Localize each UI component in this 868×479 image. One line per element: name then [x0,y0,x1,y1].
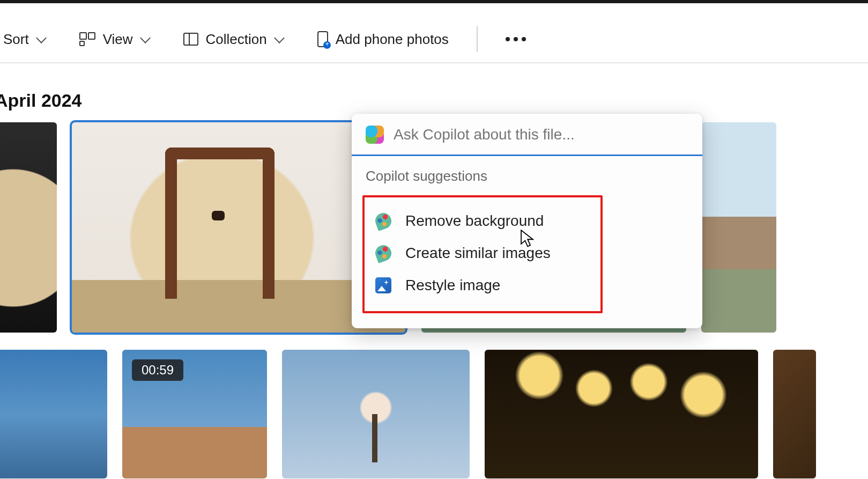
suggestion-create-similar[interactable]: Create similar images [370,237,595,269]
video-duration-badge: 00:59 [132,359,183,381]
toolbar-separator [477,26,478,52]
photo-thumbnail[interactable] [485,350,758,478]
collection-label: Collection [206,31,267,48]
view-grid-icon [79,32,95,46]
chevron-down-icon [36,34,46,44]
suggestion-restyle[interactable]: Restyle image [370,269,595,301]
suggestion-remove-background[interactable]: Remove background [370,205,595,237]
photo-thumbnail[interactable] [701,122,776,333]
sort-label: Sort [3,31,29,48]
copilot-section-label: Copilot suggestions [366,168,688,185]
copilot-prompt-input[interactable] [394,126,688,143]
copilot-popup: Copilot suggestions Remove background Cr… [352,114,702,328]
suggestion-label: Restyle image [405,277,500,294]
sort-dropdown[interactable]: Sort [0,26,54,53]
add-phone-label: Add phone photos [336,31,449,48]
photo-thumbnail[interactable] [282,350,470,478]
app-canvas: Sort View Collection + Add phone photos … [0,3,868,479]
phone-add-icon: + [317,31,328,47]
photo-thumbnail[interactable] [0,350,107,478]
chevron-down-icon [140,34,150,44]
more-menu-button[interactable] [498,32,533,47]
suggestion-label: Create similar images [405,245,551,262]
copilot-suggestions-panel: Copilot suggestions Remove background Cr… [352,156,702,328]
video-thumbnail[interactable]: 00:59 [122,350,267,478]
chevron-down-icon [275,34,284,44]
collection-icon [183,33,198,46]
palette-icon [373,211,394,231]
toolbar: Sort View Collection + Add phone photos [0,16,868,63]
add-phone-photos-button[interactable]: + Add phone photos [310,26,456,53]
annotation-highlight-box: Remove background Create similar images … [362,195,603,313]
more-horizontal-icon [506,37,526,41]
restyle-image-icon [375,277,391,293]
date-section-header: April 2024 [0,90,82,111]
collection-dropdown[interactable]: Collection [176,26,292,53]
palette-icon [373,243,394,263]
copilot-logo-icon [366,126,384,144]
photo-thumbnail[interactable] [0,122,57,333]
suggestion-label: Remove background [405,212,544,230]
copilot-input-row [352,114,702,156]
photo-thumbnail[interactable] [773,350,816,478]
view-label: View [103,31,133,48]
photo-row-2: 00:59 [0,350,868,479]
view-dropdown[interactable]: View [72,26,158,53]
